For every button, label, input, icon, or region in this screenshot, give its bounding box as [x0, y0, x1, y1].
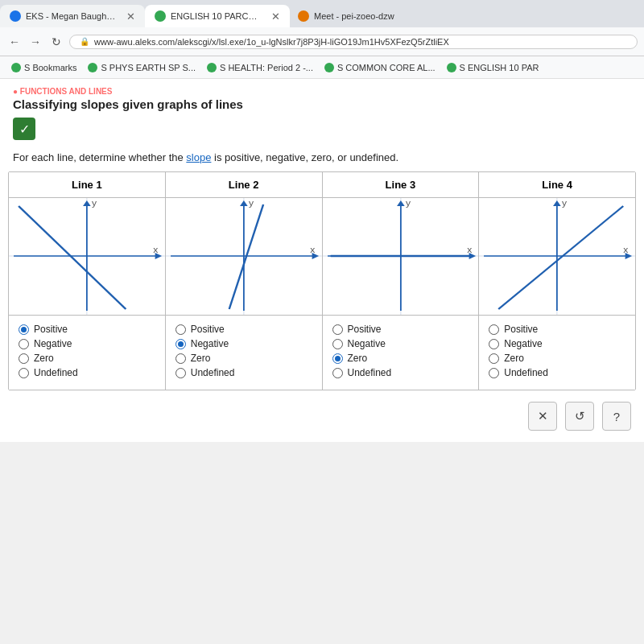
line3-graph: y x [323, 198, 480, 315]
line2-positive-radio[interactable] [175, 324, 186, 335]
bookmark-phys-label: S PHYS EARTH SP S... [101, 63, 196, 72]
page-content: ● FUNCTIONS AND LINES Classifying slopes… [0, 79, 644, 442]
slope-link[interactable]: slope [186, 151, 211, 163]
line1-undefined-radio[interactable] [19, 368, 29, 378]
svg-text:x: x [467, 246, 473, 254]
line4-undefined-radio[interactable] [489, 368, 499, 378]
line2-undefined-radio[interactable] [175, 368, 186, 378]
line3-negative-radio[interactable] [332, 339, 343, 349]
line3-negative-option[interactable]: Negative [332, 338, 469, 349]
line3-zero-option[interactable]: Zero [332, 353, 469, 364]
address-text: www-awu.aleks.com/alekscgi/x/lsl.exe/1o_… [94, 37, 449, 47]
bookmark-phys-earth[interactable]: S PHYS EARTH SP S... [83, 61, 200, 74]
bookmark-health[interactable]: S HEALTH: Period 2 -... [202, 61, 318, 74]
line4-positive-label: Positive [504, 324, 538, 335]
english-tab-label: ENGLISH 10 PARCC: Period 4 - E [171, 11, 263, 21]
line1-positive-option[interactable]: Positive [19, 324, 155, 335]
aleks-tab-close[interactable]: ✕ [126, 10, 135, 23]
meet-tab-icon [298, 10, 309, 22]
bookmark-health-icon [207, 63, 217, 72]
svg-text:y: y [405, 199, 411, 208]
tab-english[interactable]: ENGLISH 10 PARCC: Period 4 - E ✕ [145, 5, 290, 27]
line4-positive-option[interactable]: Positive [489, 324, 625, 335]
help-button[interactable]: ? [602, 402, 631, 431]
line1-negative-radio[interactable] [19, 339, 29, 349]
line1-options: Positive Negative Zero Undefined [9, 316, 166, 390]
svg-line-35 [498, 206, 623, 309]
svg-text:x: x [310, 246, 316, 254]
line2-negative-inner [178, 341, 184, 347]
instruction: For each line, determine whether the slo… [0, 148, 644, 171]
svg-text:x: x [153, 246, 159, 254]
tab-meet[interactable]: Meet - pei-zoeo-dzw [290, 5, 402, 27]
lines-header-row: Line 1 Line 2 Line 3 Line 4 [9, 172, 635, 198]
section-label: ● FUNCTIONS AND LINES [0, 79, 644, 97]
x-button[interactable]: ✕ [528, 402, 557, 431]
english-tab-close[interactable]: ✕ [271, 10, 280, 23]
bookmark-s-icon [11, 63, 21, 72]
line2-options: Positive Negative Zero Undefined [166, 316, 323, 390]
bookmark-bookmarks-label: S Bookmarks [24, 63, 76, 72]
address-bar-row: ← → ↻ 🔒 www-awu.aleks.com/alekscgi/x/lsl… [0, 27, 644, 56]
line1-zero-radio[interactable] [19, 353, 29, 364]
line3-positive-label: Positive [348, 324, 382, 335]
reload-button[interactable]: ↻ [48, 34, 64, 50]
line3-positive-radio[interactable] [332, 324, 343, 335]
line3-zero-radio[interactable] [332, 353, 343, 364]
line4-zero-radio[interactable] [489, 353, 499, 364]
line3-undefined-option[interactable]: Undefined [332, 367, 469, 378]
line2-zero-radio[interactable] [175, 353, 186, 364]
undo-button[interactable]: ↺ [565, 402, 594, 431]
line4-negative-radio[interactable] [489, 339, 499, 349]
aleks-tab-icon [10, 10, 21, 22]
aleks-tab-label: EKS - Megan Baugher - Learn [26, 11, 118, 21]
svg-marker-31 [553, 200, 561, 206]
line1-positive-radio[interactable] [19, 324, 29, 335]
lock-icon: 🔒 [80, 37, 89, 46]
line2-zero-label: Zero [191, 353, 211, 364]
svg-text:y: y [92, 199, 97, 208]
bookmark-bookmarks[interactable]: S Bookmarks [6, 61, 81, 74]
line2-zero-option[interactable]: Zero [175, 353, 312, 364]
line3-zero-inner [335, 356, 341, 361]
line3-undefined-radio[interactable] [332, 368, 343, 378]
check-button[interactable]: ✓ [13, 118, 35, 140]
line4-undefined-option[interactable]: Undefined [489, 367, 625, 378]
address-bar[interactable]: 🔒 www-awu.aleks.com/alekscgi/x/lsl.exe/1… [69, 35, 638, 49]
line1-zero-option[interactable]: Zero [19, 353, 155, 364]
line2-negative-radio[interactable] [175, 339, 186, 349]
line4-zero-option[interactable]: Zero [489, 353, 625, 364]
svg-text:x: x [623, 246, 629, 254]
line1-zero-label: Zero [34, 353, 54, 364]
line2-negative-option[interactable]: Negative [175, 338, 312, 349]
bookmark-phys-icon [88, 63, 97, 72]
line2-header: Line 2 [166, 172, 323, 197]
line2-undefined-option[interactable]: Undefined [175, 367, 312, 378]
bottom-toolbar: ✕ ↺ ? [0, 390, 644, 442]
line3-zero-label: Zero [348, 353, 368, 364]
line4-options: Positive Negative Zero Undefined [479, 316, 635, 390]
line4-positive-radio[interactable] [489, 324, 499, 335]
svg-line-17 [229, 204, 262, 309]
bookmark-common-core[interactable]: S COMMON CORE AL... [320, 61, 440, 74]
tab-aleks[interactable]: EKS - Megan Baugher - Learn ✕ [0, 5, 145, 27]
line2-positive-option[interactable]: Positive [175, 324, 312, 335]
svg-marker-13 [240, 200, 248, 206]
line1-undefined-option[interactable]: Undefined [19, 367, 155, 378]
back-button[interactable]: ← [6, 34, 23, 50]
bookmarks-bar: S Bookmarks S PHYS EARTH SP S... S HEALT… [0, 56, 644, 79]
line4-undefined-label: Undefined [504, 367, 548, 378]
line1-negative-option[interactable]: Negative [19, 338, 155, 349]
line3-undefined-label: Undefined [348, 367, 392, 378]
bookmark-cc-icon [324, 63, 334, 72]
line1-undefined-label: Undefined [34, 367, 78, 378]
forward-button[interactable]: → [27, 34, 43, 50]
line3-positive-option[interactable]: Positive [332, 324, 469, 335]
bookmark-english[interactable]: S ENGLISH 10 PAR [442, 61, 544, 74]
line1-positive-label: Positive [34, 324, 68, 335]
line4-negative-label: Negative [504, 338, 542, 349]
line4-negative-option[interactable]: Negative [489, 338, 625, 349]
meet-tab-label: Meet - pei-zoeo-dzw [314, 11, 394, 21]
svg-marker-4 [83, 200, 91, 206]
lines-radio-row: Positive Negative Zero Undefined [9, 316, 635, 390]
